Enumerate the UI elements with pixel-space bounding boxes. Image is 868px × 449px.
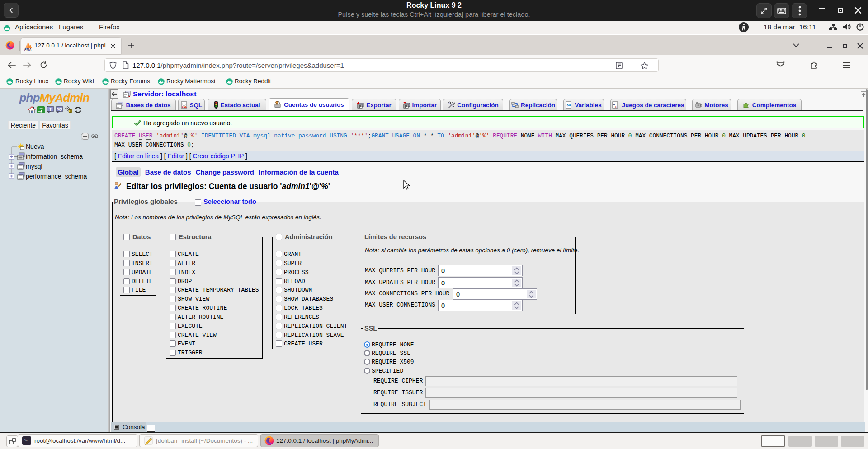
svg-text:?: ? xyxy=(49,107,52,112)
svg-text:SQL: SQL xyxy=(182,105,187,108)
svg-text:ä: ä xyxy=(615,105,617,109)
svg-text:SQL: SQL xyxy=(57,108,64,111)
svg-text:Exit: Exit xyxy=(38,107,43,110)
svg-text:>_: >_ xyxy=(24,438,28,441)
svg-text:$a: $a xyxy=(567,103,571,107)
svg-text:PMA: PMA xyxy=(24,48,32,51)
